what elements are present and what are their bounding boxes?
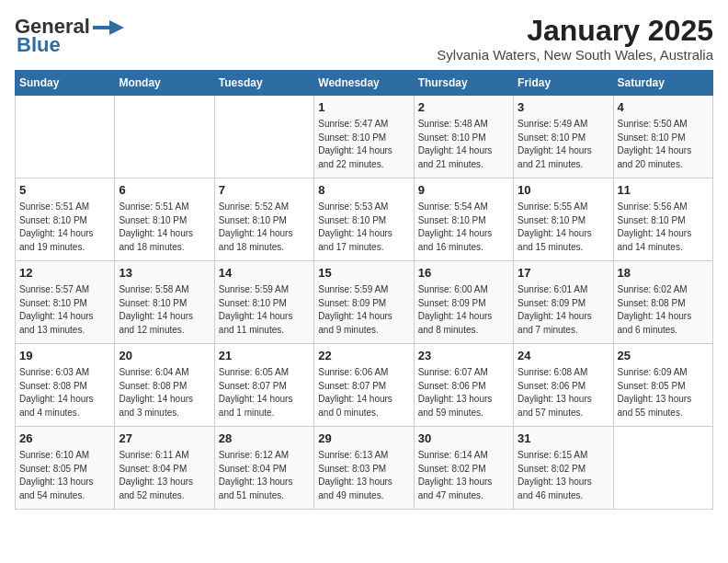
header-monday: Monday	[115, 71, 214, 96]
day-info: Sunrise: 6:10 AM Sunset: 8:05 PM Dayligh…	[19, 449, 110, 502]
calendar-table: Sunday Monday Tuesday Wednesday Thursday…	[15, 70, 713, 510]
table-row: 8Sunrise: 5:53 AM Sunset: 8:10 PM Daylig…	[314, 178, 414, 261]
header-wednesday: Wednesday	[314, 71, 414, 96]
day-info: Sunrise: 5:51 AM Sunset: 8:10 PM Dayligh…	[19, 201, 110, 254]
day-info: Sunrise: 5:56 AM Sunset: 8:10 PM Dayligh…	[618, 201, 709, 254]
header-sunday: Sunday	[16, 71, 115, 96]
day-number: 6	[119, 182, 210, 199]
table-row	[16, 96, 115, 178]
day-info: Sunrise: 6:15 AM Sunset: 8:02 PM Dayligh…	[518, 449, 609, 502]
table-row: 6Sunrise: 5:51 AM Sunset: 8:10 PM Daylig…	[115, 178, 214, 261]
day-number: 2	[418, 99, 509, 116]
logo-icon	[91, 18, 126, 37]
day-number: 26	[19, 431, 110, 447]
day-info: Sunrise: 6:07 AM Sunset: 8:06 PM Dayligh…	[418, 366, 509, 419]
svg-marker-0	[109, 20, 124, 35]
day-info: Sunrise: 6:06 AM Sunset: 8:07 PM Dayligh…	[318, 366, 409, 419]
table-row: 25Sunrise: 6:09 AM Sunset: 8:05 PM Dayli…	[613, 344, 712, 427]
day-number: 14	[219, 265, 310, 282]
day-info: Sunrise: 6:01 AM Sunset: 8:09 PM Dayligh…	[518, 283, 609, 337]
day-number: 31	[518, 431, 609, 447]
day-info: Sunrise: 5:51 AM Sunset: 8:10 PM Dayligh…	[119, 201, 210, 254]
table-row: 12Sunrise: 5:57 AM Sunset: 8:10 PM Dayli…	[16, 261, 115, 344]
day-number: 18	[618, 265, 709, 282]
day-info: Sunrise: 6:12 AM Sunset: 8:04 PM Dayligh…	[219, 449, 310, 502]
day-info: Sunrise: 6:03 AM Sunset: 8:08 PM Dayligh…	[19, 366, 110, 419]
table-row	[115, 96, 214, 178]
day-info: Sunrise: 5:54 AM Sunset: 8:10 PM Dayligh…	[418, 201, 509, 254]
table-row: 27Sunrise: 6:11 AM Sunset: 8:04 PM Dayli…	[115, 427, 214, 510]
day-info: Sunrise: 5:59 AM Sunset: 8:09 PM Dayligh…	[318, 283, 409, 337]
table-row: 21Sunrise: 6:05 AM Sunset: 8:07 PM Dayli…	[214, 344, 313, 427]
table-row: 31Sunrise: 6:15 AM Sunset: 8:02 PM Dayli…	[514, 427, 613, 510]
calendar-title-block: January 2025 Sylvania Waters, New South …	[437, 15, 713, 63]
day-number: 30	[418, 431, 509, 447]
logo-blue-text: Blue	[17, 33, 61, 57]
day-info: Sunrise: 6:13 AM Sunset: 8:03 PM Dayligh…	[318, 449, 409, 502]
day-number: 1	[318, 99, 409, 116]
day-info: Sunrise: 6:05 AM Sunset: 8:07 PM Dayligh…	[219, 366, 310, 419]
table-row: 29Sunrise: 6:13 AM Sunset: 8:03 PM Dayli…	[314, 427, 414, 510]
table-row: 16Sunrise: 6:00 AM Sunset: 8:09 PM Dayli…	[414, 261, 513, 344]
day-info: Sunrise: 6:00 AM Sunset: 8:09 PM Dayligh…	[418, 283, 509, 337]
calendar-month-year: January 2025	[437, 15, 713, 47]
header-tuesday: Tuesday	[214, 71, 313, 96]
day-info: Sunrise: 5:50 AM Sunset: 8:10 PM Dayligh…	[618, 118, 709, 171]
day-info: Sunrise: 6:14 AM Sunset: 8:02 PM Dayligh…	[418, 449, 509, 502]
table-row	[613, 427, 712, 510]
table-row: 5Sunrise: 5:51 AM Sunset: 8:10 PM Daylig…	[16, 178, 115, 261]
page-header: General Blue January 2025 Sylvania Water…	[15, 15, 713, 63]
header-thursday: Thursday	[414, 71, 513, 96]
day-number: 10	[518, 182, 609, 199]
day-number: 20	[119, 348, 210, 364]
day-info: Sunrise: 5:58 AM Sunset: 8:10 PM Dayligh…	[119, 283, 210, 337]
day-info: Sunrise: 5:49 AM Sunset: 8:10 PM Dayligh…	[518, 118, 609, 171]
table-row: 7Sunrise: 5:52 AM Sunset: 8:10 PM Daylig…	[214, 178, 313, 261]
day-number: 4	[618, 99, 709, 116]
day-info: Sunrise: 5:52 AM Sunset: 8:10 PM Dayligh…	[219, 201, 310, 254]
table-row: 19Sunrise: 6:03 AM Sunset: 8:08 PM Dayli…	[16, 344, 115, 427]
day-info: Sunrise: 6:04 AM Sunset: 8:08 PM Dayligh…	[119, 366, 210, 419]
day-info: Sunrise: 5:47 AM Sunset: 8:10 PM Dayligh…	[318, 118, 409, 171]
table-row: 14Sunrise: 5:59 AM Sunset: 8:10 PM Dayli…	[214, 261, 313, 344]
table-row: 10Sunrise: 5:55 AM Sunset: 8:10 PM Dayli…	[514, 178, 613, 261]
header-friday: Friday	[514, 71, 613, 96]
table-row: 4Sunrise: 5:50 AM Sunset: 8:10 PM Daylig…	[613, 96, 712, 178]
day-number: 23	[418, 348, 509, 364]
day-info: Sunrise: 5:48 AM Sunset: 8:10 PM Dayligh…	[418, 118, 509, 171]
day-number: 21	[219, 348, 310, 364]
day-info: Sunrise: 6:11 AM Sunset: 8:04 PM Dayligh…	[119, 449, 210, 502]
table-row: 2Sunrise: 5:48 AM Sunset: 8:10 PM Daylig…	[414, 96, 513, 178]
day-number: 19	[19, 348, 110, 364]
calendar-week-row: 26Sunrise: 6:10 AM Sunset: 8:05 PM Dayli…	[16, 427, 713, 510]
table-row: 30Sunrise: 6:14 AM Sunset: 8:02 PM Dayli…	[414, 427, 513, 510]
table-row: 15Sunrise: 5:59 AM Sunset: 8:09 PM Dayli…	[314, 261, 414, 344]
table-row: 9Sunrise: 5:54 AM Sunset: 8:10 PM Daylig…	[414, 178, 513, 261]
day-number: 17	[518, 265, 609, 282]
day-number: 12	[19, 265, 110, 282]
calendar-location: Sylvania Waters, New South Wales, Austra…	[437, 47, 713, 63]
table-row: 3Sunrise: 5:49 AM Sunset: 8:10 PM Daylig…	[514, 96, 613, 178]
table-row: 26Sunrise: 6:10 AM Sunset: 8:05 PM Dayli…	[16, 427, 115, 510]
calendar-week-row: 12Sunrise: 5:57 AM Sunset: 8:10 PM Dayli…	[16, 261, 713, 344]
svg-rect-1	[93, 26, 109, 29]
table-row: 24Sunrise: 6:08 AM Sunset: 8:06 PM Dayli…	[514, 344, 613, 427]
table-row: 17Sunrise: 6:01 AM Sunset: 8:09 PM Dayli…	[514, 261, 613, 344]
day-number: 15	[318, 265, 409, 282]
day-info: Sunrise: 5:55 AM Sunset: 8:10 PM Dayligh…	[518, 201, 609, 254]
table-row: 23Sunrise: 6:07 AM Sunset: 8:06 PM Dayli…	[414, 344, 513, 427]
day-number: 25	[618, 348, 709, 364]
day-number: 22	[318, 348, 409, 364]
day-info: Sunrise: 5:57 AM Sunset: 8:10 PM Dayligh…	[19, 283, 110, 337]
day-number: 27	[119, 431, 210, 447]
day-number: 9	[418, 182, 509, 199]
calendar-week-row: 1Sunrise: 5:47 AM Sunset: 8:10 PM Daylig…	[16, 96, 713, 178]
day-info: Sunrise: 6:09 AM Sunset: 8:05 PM Dayligh…	[618, 366, 709, 419]
table-row	[214, 96, 313, 178]
day-number: 8	[318, 182, 409, 199]
calendar-week-row: 19Sunrise: 6:03 AM Sunset: 8:08 PM Dayli…	[16, 344, 713, 427]
day-info: Sunrise: 6:02 AM Sunset: 8:08 PM Dayligh…	[618, 283, 709, 337]
day-info: Sunrise: 5:53 AM Sunset: 8:10 PM Dayligh…	[318, 201, 409, 254]
calendar-week-row: 5Sunrise: 5:51 AM Sunset: 8:10 PM Daylig…	[16, 178, 713, 261]
day-number: 28	[219, 431, 310, 447]
